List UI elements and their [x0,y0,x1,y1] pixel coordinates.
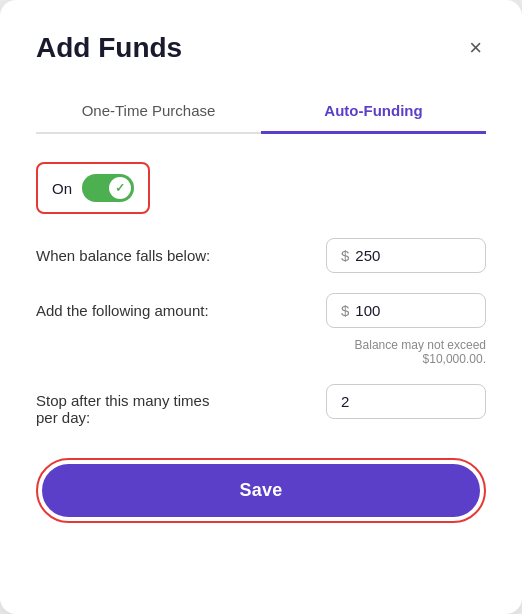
add-amount-input[interactable] [355,302,471,319]
auto-funding-toggle-row: On ✓ [36,162,150,214]
tab-auto-funding[interactable]: Auto-Funding [261,92,486,134]
stop-after-row: Stop after this many times per day: [36,384,486,426]
close-button[interactable]: × [465,33,486,63]
toggle-knob: ✓ [109,177,131,199]
balance-below-label: When balance falls below: [36,247,326,264]
toggle-label: On [52,180,72,197]
tab-bar: One-Time Purchase Auto-Funding [36,92,486,134]
stop-after-input-wrap [326,384,486,419]
balance-hint: Balance may not exceed$10,000.00. [36,338,486,366]
balance-below-input[interactable] [355,247,471,264]
add-funds-modal: Add Funds × One-Time Purchase Auto-Fundi… [0,0,522,614]
add-amount-row: Add the following amount: $ [36,293,486,328]
add-amount-label: Add the following amount: [36,302,326,319]
save-button-wrapper: Save [36,458,486,523]
balance-below-row: When balance falls below: $ [36,238,486,273]
modal-title: Add Funds [36,32,182,64]
toggle-check-icon: ✓ [115,181,125,195]
tab-one-time[interactable]: One-Time Purchase [36,92,261,134]
balance-below-currency: $ [341,247,349,264]
add-amount-currency: $ [341,302,349,319]
toggle-switch[interactable]: ✓ [82,174,134,202]
stop-after-label: Stop after this many times per day: [36,384,326,426]
save-button[interactable]: Save [42,464,480,517]
balance-below-input-wrap: $ [326,238,486,273]
add-amount-input-wrap: $ [326,293,486,328]
stop-after-input[interactable] [341,393,471,410]
modal-header: Add Funds × [36,32,486,64]
